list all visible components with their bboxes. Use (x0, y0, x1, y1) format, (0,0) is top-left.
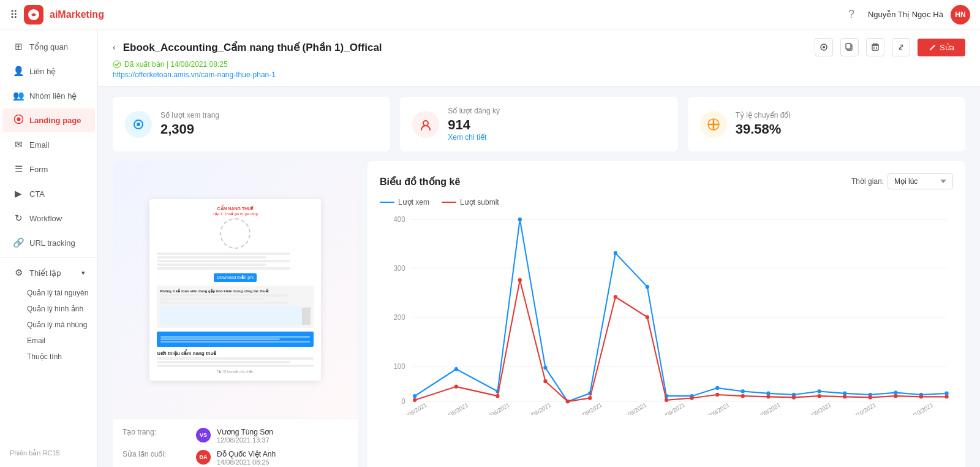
meta-edit: Sửa lần cuối: ĐA Đỗ Quốc Việt Anh 14/08/… (123, 450, 348, 466)
meta-edit-label: Sửa lần cuối: (123, 450, 190, 458)
svg-text:11/10/2021: 11/10/2021 (906, 401, 934, 415)
svg-point-42 (817, 389, 821, 393)
url-tracking-icon: 🔗 (12, 237, 24, 248)
published-badge: Đã xuất bản | 14/08/2021 08:25 (113, 60, 965, 69)
svg-point-34 (614, 251, 617, 256)
page-title: Ebook_Accounting_Cẩm nang thuế (Phần 1)_… (123, 41, 382, 54)
svg-text:200: 200 (394, 313, 406, 321)
page-header: ‹ Ebook_Accounting_Cẩm nang thuế (Phần 1… (98, 29, 980, 87)
author-date: 12/08/2021 13:37 (217, 436, 273, 444)
sidebar-submenu: Quản lý tài nguyên Quản lý hình ảnh Quản… (0, 285, 97, 365)
logo-icon (24, 5, 43, 25)
statistics-chart: 400 300 200 100 0 (380, 213, 953, 415)
avatar: HN (951, 5, 970, 25)
svg-point-4 (823, 46, 825, 48)
svg-point-57 (665, 398, 668, 403)
time-select[interactable]: Mọi lúc 7 ngày qua 30 ngày qua (888, 173, 953, 189)
lien-he-icon: 👤 (12, 66, 24, 77)
sidebar-item-quan-ly-tai-nguyen[interactable]: Quản lý tài nguyên (22, 285, 97, 301)
grid-icon[interactable]: ⠿ (10, 8, 18, 21)
sidebar-item-quan-ly-hinh-anh[interactable]: Quản lý hình ảnh (22, 301, 97, 317)
sidebar-item-tong-quan[interactable]: ⊞ Tổng quan (2, 35, 95, 58)
stat-card-conversion: Tỷ lệ chuyển đổi 39.58% (688, 97, 965, 151)
header-actions: Sửa (815, 38, 965, 56)
sidebar-item-quan-ly-ma-nhung[interactable]: Quản lý mã nhúng (22, 317, 97, 333)
svg-point-53 (566, 400, 570, 404)
svg-point-14 (137, 123, 140, 126)
registrations-icon (412, 111, 439, 138)
sidebar-item-thuoc-tinh[interactable]: Thuộc tính (22, 349, 97, 365)
svg-rect-11 (873, 44, 877, 45)
svg-text:300: 300 (394, 264, 406, 271)
sidebar-item-thiet-lap[interactable]: ⚙ Thiết lập ▾ (2, 261, 95, 284)
thiet-lap-icon: ⚙ (12, 267, 24, 278)
topbar-right: ? Nguyễn Thị Ngọc Hà HN (842, 5, 970, 25)
main-content: CẨM NANG THUẾ Tập 1: Thuế giá trị gia tă… (98, 151, 980, 467)
sidebar: ⊞ Tổng quan 👤 Liên hệ 👥 Nhóm liên hệ Lan… (0, 29, 98, 467)
sidebar-item-cta[interactable]: ▶ CTA (2, 182, 95, 205)
svg-point-60 (741, 394, 745, 398)
svg-rect-7 (872, 45, 878, 50)
svg-point-35 (646, 285, 649, 289)
topbar-left: ⠿ aiMarketing (10, 5, 104, 25)
preview-image-area: CẨM NANG THUẾ Tập 1: Thuế giá trị gia tă… (113, 161, 358, 419)
svg-text:23/09/2021: 23/09/2021 (753, 401, 782, 415)
back-button[interactable]: ‹ (113, 42, 116, 52)
chart-title: Biểu đồ thống kê (380, 176, 460, 188)
svg-point-51 (518, 278, 522, 283)
preview-icon[interactable] (815, 38, 833, 56)
stat-reg-value: 914 (448, 117, 500, 133)
edit-button[interactable]: Sửa (918, 39, 965, 56)
sidebar-item-nhom-lien-he[interactable]: 👥 Nhóm liên hệ (2, 84, 95, 107)
meta-create: Tạo trang: VS Vương Tùng Sơn 12/08/2021 … (123, 428, 348, 444)
svg-text:29/09/2021: 29/09/2021 (804, 401, 832, 415)
workflow-icon: ↻ (12, 213, 24, 224)
svg-point-31 (543, 366, 547, 370)
svg-text:18/08/2021: 18/08/2021 (441, 401, 469, 415)
sidebar-item-form[interactable]: ☰ Form (2, 158, 95, 181)
stat-reg-label: Số lượt đăng ký (448, 107, 500, 115)
sidebar-item-email[interactable]: ✉ Email (2, 133, 95, 156)
chart-panel: Biểu đồ thống kê Thời gian: Mọi lúc 7 ng… (368, 161, 965, 467)
version-label: Phiên bản RC15 (0, 444, 97, 462)
chart-container: 400 300 200 100 0 (380, 213, 953, 415)
chart-header: Biểu đồ thống kê Thời gian: Mọi lúc 7 ng… (380, 173, 953, 189)
chart-legend: Lượt xem Lượt submit (380, 198, 953, 207)
meta-info: Tạo trang: VS Vương Tùng Sơn 12/08/2021 … (113, 419, 358, 467)
svg-point-68 (944, 395, 948, 399)
meta-create-label: Tạo trang: (123, 428, 190, 436)
svg-text:05/10/2021: 05/10/2021 (849, 401, 877, 415)
sidebar-item-workflow[interactable]: ↻ Workflow (2, 207, 95, 230)
editor-date: 14/08/2021 08:25 (217, 458, 276, 466)
svg-point-64 (843, 395, 846, 399)
editor-avatar: ĐA (196, 450, 211, 465)
svg-point-61 (766, 395, 770, 399)
stat-reg-link[interactable]: Xem chi tiết (448, 133, 500, 142)
stat-card-registrations: Số lượt đăng ký 914 Xem chi tiết (400, 97, 677, 151)
sidebar-item-lien-he[interactable]: 👤 Liên hệ (2, 59, 95, 83)
user-name: Nguyễn Thị Ngọc Hà (868, 10, 943, 19)
published-text: Đã xuất bản | 14/08/2021 08:25 (124, 60, 228, 69)
page-url-link[interactable]: https://offerketoan.amis.vn/cam-nang-thu… (113, 70, 276, 79)
svg-text:0: 0 (401, 397, 405, 405)
delete-icon[interactable] (866, 38, 884, 56)
sidebar-item-url-tracking[interactable]: 🔗 URL tracking (2, 231, 95, 254)
legend-line-red (442, 202, 456, 203)
stat-conversion-info: Tỷ lệ chuyển đổi 39.58% (736, 111, 790, 137)
page-preview: CẨM NANG THUẾ Tập 1: Thuế giá trị gia tă… (149, 199, 321, 381)
stat-conv-label: Tỷ lệ chuyển đổi (736, 111, 790, 120)
copy-icon[interactable] (840, 38, 859, 56)
svg-point-54 (588, 396, 592, 400)
link-icon[interactable] (892, 38, 910, 56)
sidebar-item-email-sub[interactable]: Email (22, 333, 97, 349)
stats-row: Số lượt xem trang 2,309 Số lượt đăng ký … (98, 87, 980, 151)
sidebar-item-landing-page[interactable]: Landing page (2, 108, 95, 132)
svg-point-59 (715, 393, 719, 397)
svg-point-67 (919, 395, 923, 399)
help-icon[interactable]: ? (842, 6, 861, 24)
svg-point-52 (543, 379, 547, 384)
topbar: ⠿ aiMarketing ? Nguyễn Thị Ngọc Hà HN (0, 0, 980, 29)
svg-point-15 (423, 121, 428, 126)
stat-views-label: Số lượt xem trang (160, 111, 219, 120)
svg-text:400: 400 (394, 215, 406, 223)
